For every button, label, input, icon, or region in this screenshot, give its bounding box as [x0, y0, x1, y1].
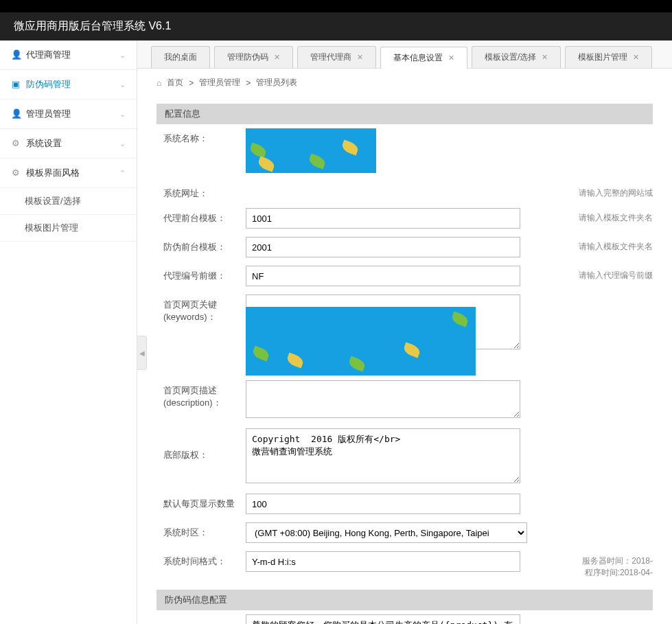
- section-config-info: 配置信息: [157, 104, 653, 124]
- fw-true-textarea[interactable]: 尊敬的顾客您好，您购买的是本公司生产的产品({product}),有效服务期限为…: [246, 614, 520, 624]
- sidebar-item-agent[interactable]: 👤代理商管理 ⌄: [0, 41, 137, 70]
- description-textarea[interactable]: [246, 380, 520, 418]
- label-site-url: 系统网址：: [157, 183, 246, 200]
- hint-site-url: 请输入完整的网站域: [527, 183, 653, 199]
- sidebar-item-label: 防伪码管理: [26, 79, 71, 89]
- hint-agent-prefix: 请输入代理编号前缀: [527, 266, 653, 281]
- close-icon[interactable]: ✕: [274, 53, 280, 62]
- label-agent-template: 代理前台模板：: [157, 208, 246, 224]
- close-icon[interactable]: ✕: [357, 53, 363, 62]
- sidebar-item-anticounterfeit[interactable]: ▣防伪码管理 ⌄: [0, 70, 137, 100]
- gear-icon: ⚙: [11, 138, 21, 148]
- app-title: 微应用商用版后台管理系统 V6.1: [14, 20, 171, 32]
- crumb-l1[interactable]: 管理员管理: [199, 77, 240, 89]
- user-icon: 👤: [11, 49, 21, 60]
- label-copyright: 底部版权：: [157, 428, 246, 461]
- label-description: 首页网页描述(description)：: [157, 380, 246, 409]
- label-site-name: 系统名称：: [157, 128, 246, 145]
- fw-template-input[interactable]: [246, 237, 520, 257]
- sidebar-item-admin[interactable]: 👤管理员管理 ⌄: [0, 100, 137, 129]
- sidebar: 👤代理商管理 ⌄ ▣防伪码管理 ⌄ 👤管理员管理 ⌄ ⚙系统设置 ⌄ ⚙模板界面…: [0, 41, 137, 624]
- hint-fw-true: (内容可自由编辑): [527, 614, 653, 624]
- close-icon[interactable]: ✕: [542, 53, 548, 62]
- sidebar-sub-template-select[interactable]: 模板设置/选择: [0, 188, 137, 215]
- hint-agent-template: 请输入模板文件夹名: [527, 208, 653, 224]
- sidebar-sub-template-image[interactable]: 模板图片管理: [0, 215, 137, 242]
- close-icon[interactable]: ✕: [633, 53, 639, 62]
- tab-template-image[interactable]: 模板图片管理✕: [565, 46, 652, 68]
- agent-prefix-input[interactable]: [246, 266, 520, 286]
- close-icon[interactable]: ✕: [448, 54, 454, 62]
- tabs: 我的桌面 管理防伪码✕ 管理代理商✕ 基本信息设置✕ 模板设置/选择✕ 模板图片…: [137, 41, 672, 69]
- main: ◀ 我的桌面 管理防伪码✕ 管理代理商✕ 基本信息设置✕ 模板设置/选择✕ 模板…: [137, 41, 672, 624]
- tab-template-select[interactable]: 模板设置/选择✕: [472, 46, 561, 68]
- breadcrumb: ⌂ 首页 > 管理员管理 > 管理员列表: [137, 69, 672, 97]
- label-keywords: 首页网页关键(keywords)：: [157, 294, 246, 323]
- shield-icon: ▣: [11, 79, 21, 89]
- label-fw-true: 防伪码查询结果为真时：: [157, 614, 246, 624]
- sidebar-item-template[interactable]: ⚙模板界面风格 ⌃: [0, 159, 137, 188]
- label-time-format: 系统时间格式：: [157, 551, 246, 568]
- user-icon: 👤: [11, 108, 21, 119]
- sidebar-item-label: 管理员管理: [26, 108, 71, 119]
- hint-fw-template: 请输入模板文件夹名: [527, 237, 653, 253]
- label-timezone: 系统时区：: [157, 522, 246, 539]
- label-fw-template: 防伪前台模板：: [157, 237, 246, 253]
- page-size-input[interactable]: [246, 494, 520, 514]
- tab-manage-anticounterfeit[interactable]: 管理防伪码✕: [214, 46, 293, 68]
- section-fw-config: 防伪码信息配置: [157, 590, 653, 610]
- hint-time-format: 服务器时间：2018-程序时间:2018-04-: [527, 551, 653, 579]
- home-icon: ⌂: [157, 78, 161, 88]
- crumb-home[interactable]: 首页: [167, 77, 183, 89]
- tab-desktop[interactable]: 我的桌面: [151, 46, 210, 68]
- app-header: 微应用商用版后台管理系统 V6.1: [0, 12, 672, 41]
- copyright-textarea[interactable]: Copyright 2016 版权所有</br> 微营销查询管理系统: [246, 428, 520, 483]
- sidebar-collapse-handle[interactable]: ◀: [137, 336, 147, 370]
- label-page-size: 默认每页显示数量: [157, 494, 246, 510]
- agent-template-input[interactable]: [246, 208, 520, 229]
- tab-manage-agent[interactable]: 管理代理商✕: [297, 46, 376, 68]
- timezone-select[interactable]: (GMT +08:00) Beijing, Hong Kong, Perth, …: [246, 522, 527, 543]
- site-name-image: [246, 128, 376, 173]
- gear-icon: ⚙: [11, 167, 21, 178]
- chevron-down-icon: ⌄: [119, 110, 126, 119]
- chevron-down-icon: ⌄: [119, 80, 126, 89]
- sidebar-item-label: 系统设置: [26, 138, 62, 148]
- sidebar-item-label: 代理商管理: [26, 49, 71, 60]
- time-format-input[interactable]: [246, 551, 520, 572]
- keywords-overlay-image: [246, 307, 476, 375]
- chevron-down-icon: ⌄: [119, 51, 126, 60]
- chevron-down-icon: ⌄: [119, 139, 126, 148]
- label-agent-prefix: 代理编号前缀：: [157, 266, 246, 282]
- sidebar-item-system[interactable]: ⚙系统设置 ⌄: [0, 129, 137, 159]
- tab-basic-settings[interactable]: 基本信息设置✕: [380, 47, 467, 69]
- crumb-l2: 管理员列表: [256, 77, 297, 89]
- chevron-up-icon: ⌃: [119, 169, 126, 178]
- sidebar-item-label: 模板界面风格: [26, 167, 80, 178]
